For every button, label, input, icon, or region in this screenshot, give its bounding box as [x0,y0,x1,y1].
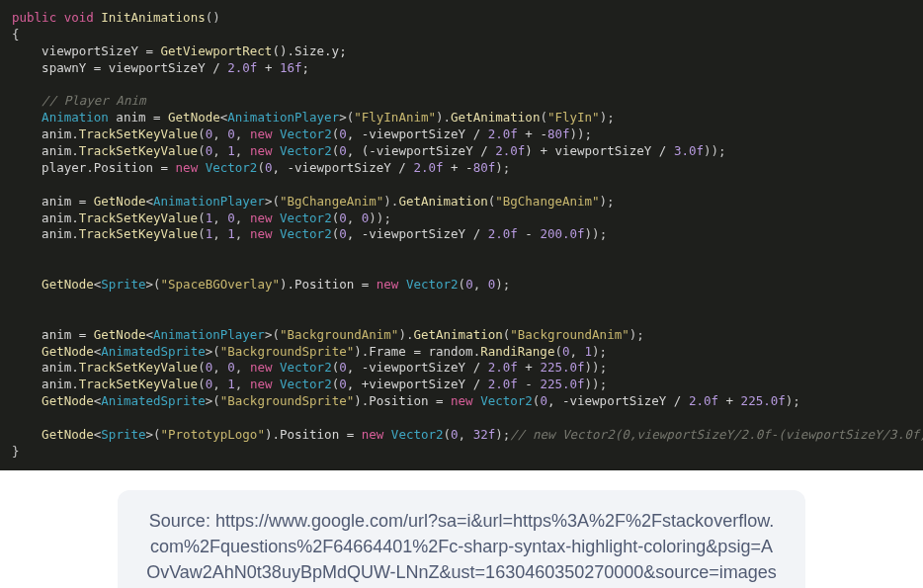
code-block: public void InitAnimations() { viewportS… [0,0,923,470]
source-url: https://www.google.com/url?sa=i&url=http… [146,511,777,588]
brace-open: { [12,27,20,42]
method-name: InitAnimations [94,10,206,25]
source-caption: Source: https://www.google.com/url?sa=i&… [118,490,805,588]
keyword-public: public [12,10,56,25]
keyword-void: void [56,10,94,25]
source-prefix: Source: [149,511,215,531]
comment: // Player Anim [12,93,145,108]
brace-close: } [12,444,20,459]
